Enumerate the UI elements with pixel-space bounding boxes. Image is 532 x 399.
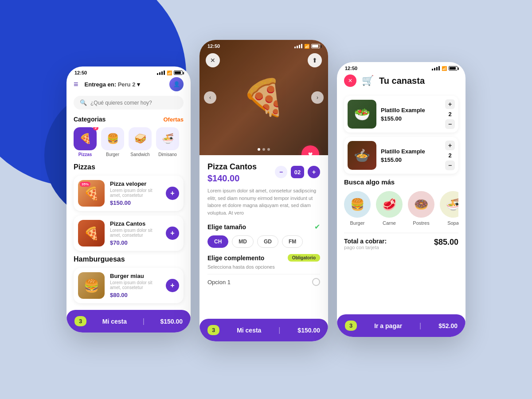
dot-3 [267, 148, 270, 151]
hero-next-button[interactable]: › [311, 91, 324, 104]
total-label-group: Total a cobrar: pago con tarjeta [344, 238, 387, 250]
bar2-2 [297, 46, 298, 48]
phone-1: 12:50 📶 ≡ Entrega en: Peru 2 [66, 66, 191, 332]
cat-pizzas[interactable]: 🍕 2 Pizzas [74, 127, 97, 157]
status-bar-3: 12:50 📶 [337, 62, 466, 73]
cart-item-1: 🥗 Platillo Example $155.00 + 2 − [344, 96, 458, 133]
close-canasta-button[interactable]: ✕ [344, 74, 356, 87]
hero-status-bar: 12:50 📶 [200, 40, 328, 51]
busca-carne[interactable]: 🥩 Carne [376, 191, 403, 226]
product-hero: 🍕 12:50 📶 [200, 40, 328, 155]
busca-postres-icon-wrap: 🍩 [408, 191, 434, 218]
categories-header: Categorias Ofertas [74, 116, 184, 123]
busca-postres[interactable]: 🍩 Postres [408, 191, 434, 226]
avatar[interactable]: 👤 [169, 77, 184, 91]
add-pizza1-button[interactable]: + [166, 187, 179, 200]
cart-price-2: $150.00 [297, 327, 320, 334]
cart-item1-plus-button[interactable]: + [445, 99, 455, 109]
status-icons-2: 📶 [294, 44, 320, 49]
busca-sopa-label: Sopa [447, 220, 458, 226]
add-burger-button[interactable]: + [166, 279, 179, 292]
cart-food2-icon: 🍲 [348, 141, 376, 170]
total-divider [344, 233, 458, 233]
obligatorio-badge: Obligatorio [288, 254, 320, 262]
hero-close-button[interactable]: ✕ [206, 53, 220, 67]
cat-burger[interactable]: 🍔 Burger [101, 127, 124, 157]
bar2-3 [434, 68, 435, 70]
size-fm-button[interactable]: FM [282, 235, 303, 248]
size-gd-button[interactable]: GD [257, 235, 278, 248]
filter-icon[interactable]: ≡ [74, 80, 78, 89]
cart-item1-name: Platillo Example [381, 107, 441, 113]
dot-2 [262, 148, 265, 151]
busca-sopa[interactable]: 🍜 Sopa [440, 191, 458, 226]
busca-title: Busca algo más [344, 178, 458, 186]
pizza2-icon: 🍕 [78, 220, 105, 246]
cart-item2-plus-button[interactable]: + [445, 141, 455, 150]
cat-dim[interactable]: 🍜 Dimisano [156, 127, 179, 157]
pizza1-name: Pizza veloper [110, 180, 160, 187]
bar1 [157, 73, 158, 75]
product-title-price: Pizza Cantos $140.00 [207, 162, 257, 187]
phone-3: 12:50 📶 ✕ 🛒 Tu canasta [337, 62, 466, 337]
food-card-burger[interactable]: 🍔 Burger miau Lorem ipsum dolor sit amet… [74, 268, 184, 303]
size-ch-button[interactable]: CH [207, 235, 228, 248]
burger1-desc: Lorem ipsum dolor sit amet, consetetur [110, 280, 160, 290]
size-md-button[interactable]: MD [232, 235, 254, 248]
food-card-pizza1[interactable]: 35% 🍕 Pizza veloper Lorem ipsum dolor si… [74, 176, 184, 211]
pizza2-name: Pizza Cantos [110, 220, 160, 227]
canasta-header: ✕ 🛒 Tu canasta [344, 73, 458, 89]
busca-sopa-icon: 🍜 [446, 198, 458, 211]
total-row: Total a cobrar: pago con tarjeta $85.00 [344, 238, 458, 250]
opcion-1-radio[interactable] [312, 278, 320, 286]
busca-burger[interactable]: 🍔 Burger [344, 191, 371, 226]
busca-burger-icon-wrap: 🍔 [344, 191, 371, 218]
cart-count-2: 3 [207, 325, 219, 335]
phone-2: 🍕 12:50 📶 [200, 40, 328, 341]
cat-sandwich-label: Sandwich [130, 152, 149, 157]
cart-food1-icon: 🥗 [348, 100, 376, 129]
wifi-icon: 📶 [167, 70, 172, 75]
wifi-icon-3: 📶 [442, 66, 447, 71]
phone2-body: Pizza Cantos $140.00 − 02 + Lorem ipsum … [200, 155, 328, 317]
search-input[interactable] [90, 100, 177, 106]
food-card-pizza2[interactable]: 🍕 Pizza Cantos Lorem ipsum dolor sit ame… [74, 215, 184, 251]
bar1-2 [294, 47, 296, 48]
cat-burger-icon-wrap: 🍔 [101, 127, 124, 150]
wifi-icon-2: 📶 [304, 44, 309, 49]
busca-postres-icon: 🍩 [414, 198, 428, 211]
discount-badge: 35% [80, 182, 90, 187]
ofertas-link[interactable]: Ofertas [163, 116, 184, 123]
status-icons-3: 📶 [432, 66, 458, 71]
opcion-1-row[interactable]: Opcion 1 [207, 274, 320, 289]
cart-label-2: Mi cesta [237, 327, 261, 334]
pizza1-price: $150.00 [110, 200, 160, 206]
status-bar-1: 12:50 📶 [66, 66, 191, 77]
complement-sub: Selecciona hasta dos opciones [207, 264, 320, 270]
hamburguesas-title: Hamburguesas [74, 255, 184, 263]
burger1-img: 🍔 [78, 272, 105, 299]
bar4 [164, 70, 165, 75]
cat-sandwich[interactable]: 🥪 Sandwich [129, 127, 152, 157]
cart-item2-minus-button[interactable]: − [445, 160, 455, 170]
qty-minus-button[interactable]: − [275, 166, 287, 178]
busca-carne-icon-wrap: 🥩 [376, 191, 403, 218]
cart-label-1: Mi cesta [102, 318, 127, 325]
hero-share-button[interactable]: ⬆ [308, 53, 322, 67]
cat-burger-icon: 🍔 [107, 133, 119, 145]
cart-count-1: 3 [74, 316, 86, 326]
bar2 [159, 72, 160, 75]
cart-bottom-bar-1[interactable]: 3 Mi cesta | $150.00 [66, 310, 191, 332]
cart-bottom-bar-3[interactable]: 3 Ir a pagar | $52.00 [337, 314, 466, 337]
cart-item1-minus-button[interactable]: − [445, 119, 455, 129]
categories-row: 🍕 2 Pizzas 🍔 Burger 🥪 Sandwich [74, 127, 184, 157]
pizza1-info: Pizza veloper Lorem ipsum dolor sit amet… [110, 180, 160, 206]
product-header-row: Pizza Cantos $140.00 − 02 + [207, 162, 320, 187]
cart-item1-price: $155.00 [381, 115, 441, 122]
cart-divider-3: | [419, 322, 421, 330]
hero-prev-button[interactable]: ‹ [204, 91, 216, 104]
pizza2-info: Pizza Cantos Lorem ipsum dolor sit amet,… [110, 220, 160, 246]
cart-bottom-bar-2[interactable]: 3 Mi cesta | $150.00 [200, 319, 328, 341]
add-pizza2-button[interactable]: + [166, 227, 179, 240]
qty-plus-button[interactable]: + [308, 166, 320, 178]
